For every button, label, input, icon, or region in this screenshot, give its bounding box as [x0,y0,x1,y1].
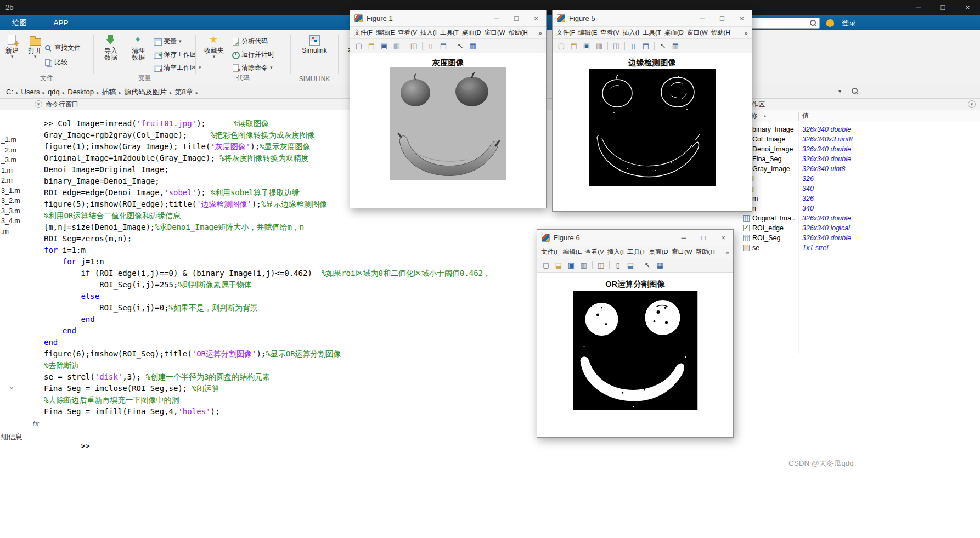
save-icon[interactable] [567,260,576,270]
databrush-icon[interactable] [656,260,664,270]
figure-window-1[interactable]: Figure 1 ─ □ × 文件(F编辑(E查看(V插入(I工具(T桌面(D窗… [350,10,547,208]
open-icon[interactable] [367,41,376,51]
menu-item[interactable]: 查看(V [396,29,419,37]
tab-app[interactable]: APP [41,15,80,30]
menu-item[interactable]: 插入(I [606,248,626,256]
file-item[interactable]: _2.m [0,145,30,156]
maximize-button[interactable]: □ [931,0,955,15]
file-item[interactable]: _1.m [0,135,30,145]
workspace-row[interactable]: ROI_Seg326x340 double [741,233,980,243]
breadcrumb-item[interactable]: Desktop [66,88,95,96]
snapshot-icon[interactable] [596,260,605,270]
menu-item[interactable]: 文件(F [539,248,561,256]
close-button[interactable]: × [955,0,980,15]
maximize-button[interactable]: □ [694,230,713,246]
open-button[interactable]: 打开 ▾ [24,34,46,59]
menu-item[interactable]: 帮助(H [694,248,717,256]
menu-item[interactable]: 窗口(W [670,248,694,256]
file-item[interactable]: .m [0,226,30,237]
minimize-button[interactable]: ─ [674,230,694,246]
favorites-button[interactable]: 收藏夹 ▾ [200,34,228,59]
workspace-row[interactable]: i326 [741,174,980,184]
menu-overflow-icon[interactable]: » [537,30,544,36]
colorbar-icon[interactable] [629,41,638,51]
file-item[interactable]: 1.m [0,166,30,176]
colorbar-icon[interactable] [613,260,622,270]
analyze-code-button[interactable]: 分析代码 [231,36,268,47]
menu-item[interactable]: 窗口(W [483,29,507,37]
menu-item[interactable]: 帮助(H [709,29,732,37]
save-workspace-button[interactable]: 保存工作区 [153,49,196,60]
new-button[interactable]: 新建 ▾ [1,34,23,59]
figure-titlebar[interactable]: Figure 1 ─ □ × [350,10,546,27]
menu-item[interactable]: 编辑(E [374,29,397,37]
databrush-icon[interactable] [469,41,477,51]
menu-item[interactable]: 桌面(D [663,29,685,37]
workspace-row[interactable]: Col_Image326x340x3 uint8 [741,134,980,144]
file-item[interactable]: 3_4.m [0,216,30,226]
figure-titlebar[interactable]: Figure 6 ─ □ × [537,230,733,246]
breadcrumb-item[interactable]: Users [20,88,42,96]
breadcrumb-item[interactable]: 源代码及图片 [122,88,168,96]
pointer-icon[interactable] [456,41,465,51]
menu-item[interactable]: 窗口(W [685,29,709,37]
workspace-row[interactable]: binary_Image326x340 double [741,124,980,134]
breadcrumb-item[interactable]: 第8章 [173,88,195,96]
panel-menu-icon[interactable] [35,100,42,108]
file-item[interactable]: _3.m [0,155,30,166]
menu-item[interactable]: 工具(T [626,248,647,256]
menu-item[interactable]: 插入(I [621,29,641,37]
menu-overflow-icon[interactable]: » [743,30,750,36]
figure-window-5[interactable]: Figure 5 ─ □ × 文件(F编辑(E查看(V插入(I工具(T桌面(D窗… [552,10,752,212]
address-search-icon[interactable] [851,87,859,95]
workspace-row[interactable]: ROI_edge326x340 logical [741,223,980,233]
file-item[interactable]: 3_1.m [0,186,30,196]
new-doc-icon[interactable] [354,41,363,51]
file-item[interactable]: 3_3.m [0,206,30,217]
compare-button[interactable]: 比较 [44,56,67,67]
menu-item[interactable]: 桌面(D [460,29,483,37]
column-divider[interactable] [798,112,799,121]
workspace-row[interactable]: m326 [741,194,980,203]
workspace-row[interactable]: Gray_Image326x340 uint8 [741,164,980,174]
menu-item[interactable]: 桌面(D [647,248,670,256]
menu-item[interactable]: 编辑(E [561,248,584,256]
legend-icon[interactable] [439,41,448,51]
print-icon[interactable] [392,41,401,51]
clean-data-button[interactable]: 清理数据 [126,34,151,61]
maximize-button[interactable]: □ [712,10,732,27]
collapse-chevron-icon[interactable]: ⌄ [9,383,14,390]
breadcrumb-item[interactable]: C: [4,88,15,96]
menu-item[interactable]: 工具(T [438,29,460,37]
menu-item[interactable]: 文件(F [555,29,577,37]
workspace-row[interactable]: se1x1 strel [741,243,980,253]
menu-item[interactable]: 文件(F [352,29,374,37]
print-icon[interactable] [579,260,588,270]
new-doc-icon[interactable] [557,41,566,51]
panel-menu-icon[interactable] [968,100,976,108]
save-icon[interactable] [582,41,591,51]
close-button[interactable]: × [526,10,546,27]
figure-window-6[interactable]: Figure 6 ─ □ × 文件(F编辑(E查看(V插入(I工具(T桌面(D窗… [537,229,734,438]
file-item[interactable]: 2.m [0,175,30,186]
open-icon[interactable] [554,260,563,270]
menu-item[interactable]: 查看(V [583,248,606,256]
new-doc-icon[interactable] [542,260,550,270]
legend-icon[interactable] [626,260,635,270]
workspace-row[interactable]: j340 [741,184,980,194]
menu-overflow-icon[interactable]: » [724,249,731,256]
workspace-column-header[interactable]: 名称 ▲ 值 [741,110,980,122]
minimize-button[interactable]: ─ [692,10,712,27]
column-header-value[interactable]: 值 [802,110,809,122]
tab-plot[interactable]: 绘图 [0,15,39,30]
minimize-button[interactable]: ─ [906,0,931,15]
workspace-row[interactable]: Original_Ima...326x340 double [741,213,980,223]
pointer-icon[interactable] [643,260,652,270]
legend-icon[interactable] [641,41,650,51]
pointer-icon[interactable] [658,41,667,51]
menu-item[interactable]: 编辑(E [577,29,599,37]
close-button[interactable]: × [713,230,733,246]
menu-item[interactable]: 帮助(H [507,29,530,37]
run-and-time-button[interactable]: 运行并计时 [231,49,274,60]
menu-item[interactable]: 查看(V [599,29,621,37]
